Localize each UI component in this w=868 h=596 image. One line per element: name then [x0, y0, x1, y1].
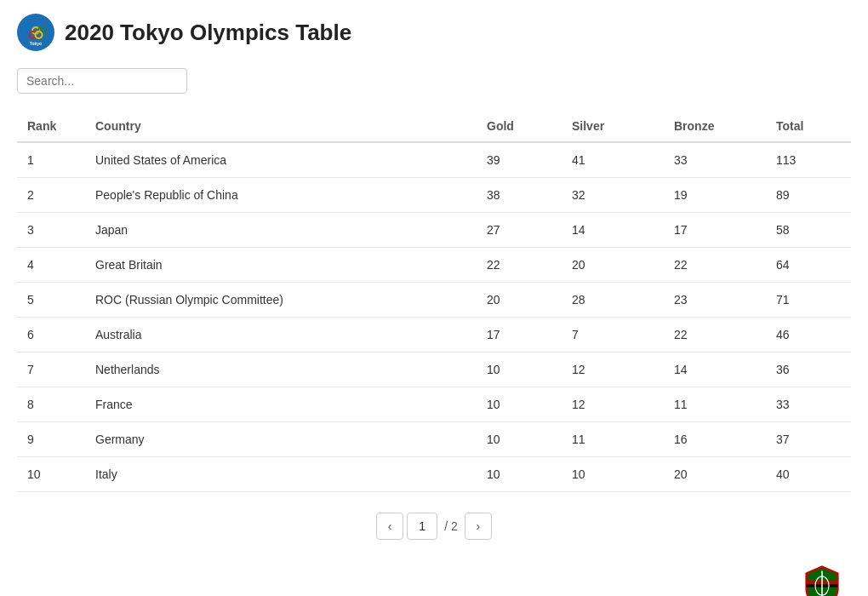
- cell-rank: 2: [17, 178, 85, 213]
- page-number-input[interactable]: [407, 513, 437, 540]
- page-header: Tokyo 2020 Tokyo Olympics Table: [17, 14, 851, 51]
- cell-rank: 5: [17, 283, 85, 318]
- cell-total: 40: [766, 457, 851, 492]
- cell-bronze: 11: [664, 387, 766, 422]
- cell-bronze: 17: [664, 213, 766, 248]
- cell-bronze: 20: [664, 457, 766, 492]
- search-container: [17, 68, 851, 94]
- cell-country: Germany: [85, 422, 477, 457]
- cell-rank: 1: [17, 142, 85, 178]
- cell-bronze: 16: [664, 422, 766, 457]
- cell-gold: 10: [477, 457, 562, 492]
- next-page-button[interactable]: ›: [465, 513, 492, 540]
- cell-total: 113: [766, 142, 851, 178]
- cell-gold: 22: [477, 248, 562, 283]
- table-row: 8 France 10 12 11 33: [17, 387, 851, 422]
- cell-country: ROC (Russian Olympic Committee): [85, 283, 477, 318]
- table-row: 10 Italy 10 10 20 40: [17, 457, 851, 492]
- col-silver: Silver: [562, 111, 664, 142]
- source-footer: Source: Olympics 2024 TEAM KENYA: [17, 565, 851, 596]
- table-row: 4 Great Britain 22 20 22 64: [17, 248, 851, 283]
- pagination: ‹ / 2 ›: [17, 513, 851, 540]
- cell-bronze: 22: [664, 318, 766, 352]
- table-row: 5 ROC (Russian Olympic Committee) 20 28 …: [17, 283, 851, 318]
- col-bronze: Bronze: [664, 111, 766, 142]
- cell-silver: 32: [562, 178, 664, 213]
- svg-text:Tokyo: Tokyo: [30, 41, 42, 46]
- cell-rank: 9: [17, 422, 85, 457]
- col-rank: Rank: [17, 111, 85, 142]
- cell-silver: 41: [562, 142, 664, 178]
- cell-gold: 10: [477, 352, 562, 387]
- cell-rank: 3: [17, 213, 85, 248]
- table-header-row: Rank Country Gold Silver Bronze Total: [17, 111, 851, 142]
- table-row: 6 Australia 17 7 22 46: [17, 318, 851, 352]
- cell-bronze: 19: [664, 178, 766, 213]
- table-row: 3 Japan 27 14 17 58: [17, 213, 851, 248]
- cell-total: 64: [766, 248, 851, 283]
- cell-country: Great Britain: [85, 248, 477, 283]
- cell-gold: 10: [477, 422, 562, 457]
- cell-country: Australia: [85, 318, 477, 352]
- cell-silver: 11: [562, 422, 664, 457]
- col-country: Country: [85, 111, 477, 142]
- cell-country: Netherlands: [85, 352, 477, 387]
- cell-silver: 12: [562, 352, 664, 387]
- cell-bronze: 14: [664, 352, 766, 387]
- search-input[interactable]: [17, 68, 187, 94]
- cell-silver: 10: [562, 457, 664, 492]
- cell-gold: 38: [477, 178, 562, 213]
- team-kenya-logo: TEAM KENYA: [792, 565, 851, 596]
- cell-total: 33: [766, 387, 851, 422]
- cell-rank: 10: [17, 457, 85, 492]
- cell-silver: 14: [562, 213, 664, 248]
- page-separator: / 2: [441, 519, 461, 533]
- cell-gold: 17: [477, 318, 562, 352]
- cell-country: People's Republic of China: [85, 178, 477, 213]
- cell-total: 89: [766, 178, 851, 213]
- cell-gold: 20: [477, 283, 562, 318]
- cell-rank: 4: [17, 248, 85, 283]
- cell-bronze: 33: [664, 142, 766, 178]
- cell-gold: 27: [477, 213, 562, 248]
- cell-country: Japan: [85, 213, 477, 248]
- col-total: Total: [766, 111, 851, 142]
- cell-total: 58: [766, 213, 851, 248]
- page-title: 2020 Tokyo Olympics Table: [65, 20, 351, 46]
- cell-bronze: 22: [664, 248, 766, 283]
- app-logo: Tokyo: [17, 14, 54, 51]
- cell-bronze: 23: [664, 283, 766, 318]
- medals-table: Rank Country Gold Silver Bronze Total 1 …: [17, 111, 851, 492]
- cell-country: United States of America: [85, 142, 477, 178]
- cell-total: 37: [766, 422, 851, 457]
- cell-silver: 12: [562, 387, 664, 422]
- cell-rank: 8: [17, 387, 85, 422]
- cell-rank: 7: [17, 352, 85, 387]
- col-gold: Gold: [477, 111, 562, 142]
- cell-gold: 39: [477, 142, 562, 178]
- cell-rank: 6: [17, 318, 85, 352]
- cell-total: 46: [766, 318, 851, 352]
- cell-gold: 10: [477, 387, 562, 422]
- cell-silver: 7: [562, 318, 664, 352]
- cell-total: 36: [766, 352, 851, 387]
- table-row: 2 People's Republic of China 38 32 19 89: [17, 178, 851, 213]
- table-row: 9 Germany 10 11 16 37: [17, 422, 851, 457]
- cell-silver: 20: [562, 248, 664, 283]
- prev-page-button[interactable]: ‹: [376, 513, 403, 540]
- cell-country: Italy: [85, 457, 477, 492]
- cell-total: 71: [766, 283, 851, 318]
- table-row: 1 United States of America 39 41 33 113: [17, 142, 851, 178]
- cell-silver: 28: [562, 283, 664, 318]
- cell-country: France: [85, 387, 477, 422]
- table-row: 7 Netherlands 10 12 14 36: [17, 352, 851, 387]
